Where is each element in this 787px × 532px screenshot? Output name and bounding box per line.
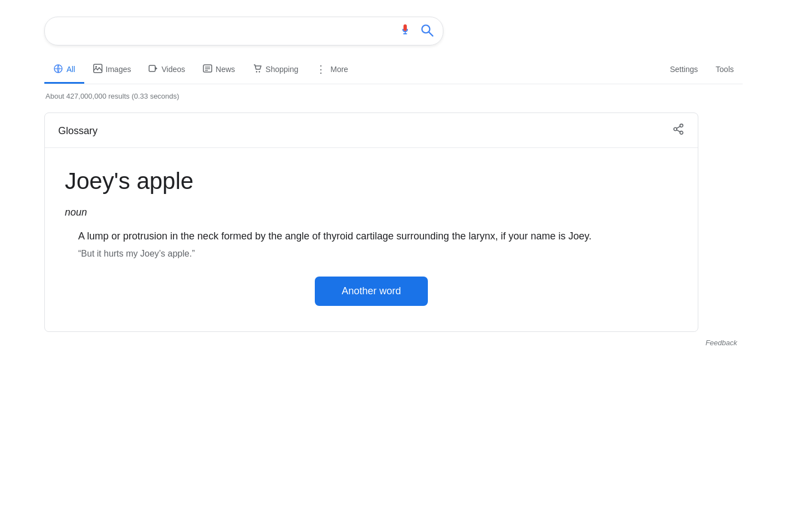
svg-line-17	[677, 130, 680, 132]
word-part-of-speech: noun	[65, 207, 678, 218]
search-icon[interactable]	[420, 23, 434, 39]
search-bar: friends glossary	[44, 17, 443, 45]
glossary-card: Glossary Joey's apple noun A lump or pro…	[44, 112, 698, 332]
mic-icon[interactable]	[398, 23, 412, 39]
tab-videos-label: Videos	[161, 65, 185, 74]
svg-marker-7	[155, 67, 157, 70]
glossary-card-title: Glossary	[58, 125, 98, 137]
word-title: Joey's apple	[65, 168, 678, 195]
feedback-row: Feedback	[44, 339, 743, 347]
glossary-card-header: Glossary	[45, 113, 698, 148]
svg-line-18	[677, 126, 680, 129]
images-icon	[93, 64, 103, 75]
share-icon[interactable]	[672, 123, 684, 139]
glossary-card-body: Joey's apple noun A lump or protrusion i…	[45, 148, 698, 331]
videos-icon	[149, 64, 158, 75]
tab-more[interactable]: ⋮ More	[307, 57, 357, 84]
svg-rect-6	[149, 65, 155, 71]
svg-point-12	[256, 71, 257, 72]
tab-images-label: Images	[106, 65, 131, 74]
another-word-btn-container: Another word	[65, 277, 678, 306]
settings-link[interactable]: Settings	[661, 58, 707, 82]
svg-point-13	[259, 71, 260, 72]
svg-point-5	[95, 66, 97, 68]
word-example: “But it hurts my Joey’s apple.”	[65, 249, 678, 259]
all-icon	[53, 64, 63, 75]
feedback-link[interactable]: Feedback	[706, 339, 737, 347]
tab-images[interactable]: Images	[84, 57, 140, 83]
tab-news-label: News	[216, 65, 235, 74]
more-icon: ⋮	[316, 63, 327, 75]
tab-all-label: All	[67, 65, 75, 74]
tab-shopping[interactable]: Shopping	[244, 57, 307, 83]
word-definition: A lump or protrusion in the neck formed …	[65, 228, 678, 244]
another-word-button[interactable]: Another word	[315, 277, 427, 306]
results-info: About 427,000,000 results (0.33 seconds)	[44, 92, 743, 100]
settings-label: Settings	[670, 65, 698, 74]
svg-line-1	[429, 32, 433, 36]
search-input[interactable]: friends glossary	[56, 25, 398, 37]
tab-shopping-label: Shopping	[265, 65, 298, 74]
news-icon	[203, 64, 212, 75]
tab-videos[interactable]: Videos	[140, 57, 194, 83]
nav-tabs: All Images Videos	[44, 57, 743, 84]
svg-rect-4	[94, 64, 102, 73]
shopping-icon	[253, 64, 262, 75]
tab-all[interactable]: All	[44, 57, 84, 84]
tab-more-label: More	[330, 65, 348, 74]
tools-label: Tools	[716, 65, 734, 74]
tab-news[interactable]: News	[194, 57, 244, 83]
tools-link[interactable]: Tools	[707, 58, 743, 82]
